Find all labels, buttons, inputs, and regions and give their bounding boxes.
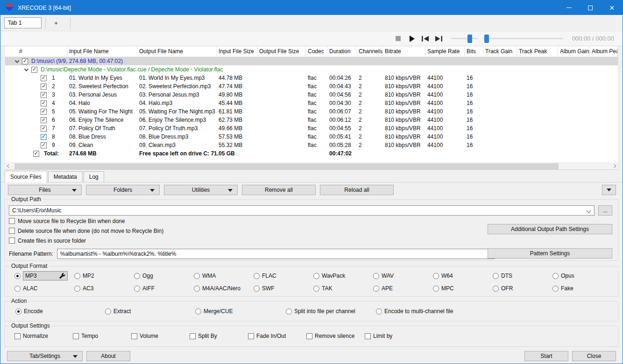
column-header[interactable]: Bitrate xyxy=(383,46,425,56)
format-mp2[interactable]: MP2 xyxy=(74,271,134,280)
format-ac3[interactable]: AC3 xyxy=(74,285,134,292)
setting-split-by[interactable]: Split By xyxy=(190,333,248,339)
table-row-track[interactable]: ✓ 4 04. Halo 04. Halo.mp3 45.44 MB flac … xyxy=(5,99,618,107)
filename-pattern-input[interactable]: %albumartist% - %album%\%track2%. %title… xyxy=(57,249,495,259)
tab-metadata[interactable]: Metadata xyxy=(48,171,83,182)
utilities-button[interactable]: Utilities xyxy=(164,185,238,195)
radio-selected[interactable] xyxy=(14,273,21,279)
column-header[interactable]: Codec xyxy=(306,46,327,56)
close-button[interactable]: ✕ xyxy=(601,0,623,15)
format-tak[interactable]: TAK xyxy=(313,285,373,292)
row-checkbox[interactable]: ✓ xyxy=(22,58,28,64)
close-app-button[interactable]: Close xyxy=(572,351,616,361)
add-tab-button[interactable]: + xyxy=(46,17,66,28)
position-slider[interactable] xyxy=(483,35,563,43)
setting-limit-by[interactable]: Limit by xyxy=(365,333,618,339)
format-mp3[interactable]: MP3 xyxy=(14,271,74,280)
setting-fade[interactable]: Fade In/Out xyxy=(248,333,306,339)
more-options-button[interactable] xyxy=(602,185,616,195)
column-header[interactable]: Output File Size xyxy=(257,46,306,56)
column-header[interactable]: Output File Name xyxy=(137,46,217,56)
setting-normalize[interactable]: Normalize xyxy=(14,333,73,339)
table-row-track[interactable]: ✓ 7 07. Policy Of Truth 07. Policy Of Tr… xyxy=(5,124,618,133)
row-checkbox[interactable]: ✓ xyxy=(41,134,47,140)
row-checkbox[interactable]: ✓ xyxy=(41,142,47,148)
position-slider-handle[interactable] xyxy=(484,35,489,43)
setting-remove-silence[interactable]: Remove silence xyxy=(306,333,365,339)
row-checkbox[interactable]: ✓ xyxy=(41,84,47,90)
checkbox[interactable] xyxy=(9,228,15,234)
mp3-settings-box[interactable]: MP3 xyxy=(23,271,68,280)
checkbox[interactable] xyxy=(9,238,15,244)
scroll-right-arrow[interactable] xyxy=(610,163,618,170)
files-button[interactable]: Files xyxy=(8,185,82,195)
volume-slider[interactable] xyxy=(451,35,478,43)
action-split-per-channel[interactable]: Split into file per channel xyxy=(286,308,376,315)
output-path-combobox[interactable]: C:\Users\Erix\Music xyxy=(9,205,595,216)
chevron-down-icon[interactable] xyxy=(24,67,29,71)
row-checkbox[interactable]: ✓ xyxy=(31,67,37,73)
scrollbar-thumb[interactable] xyxy=(14,163,559,169)
about-button[interactable]: About xyxy=(86,351,130,361)
row-checkbox[interactable]: ✓ xyxy=(41,117,47,123)
action-merge-cue[interactable]: Merge/CUE xyxy=(195,308,286,315)
table-row-track[interactable]: ✓ 1 01. World In My Eyes 01. World In My… xyxy=(5,74,618,82)
format-dts[interactable]: DTS xyxy=(493,271,552,280)
row-checkbox[interactable]: ✓ xyxy=(41,100,47,106)
previous-track-button[interactable] xyxy=(421,35,430,43)
reload-all-button[interactable]: Reload all xyxy=(320,185,394,195)
format-alac[interactable]: ALAC xyxy=(14,285,74,292)
tab-settings-button[interactable]: Tab/Settings xyxy=(7,351,83,361)
table-row-track[interactable]: ✓ 2 02. Sweetest Perfection 02. Sweetest… xyxy=(5,82,618,91)
column-header[interactable]: Input File Name xyxy=(67,46,137,56)
tab-source-files[interactable]: Source Files xyxy=(5,171,47,182)
format-m4a-aac-nero[interactable]: M4A/AAC/Nero xyxy=(194,285,254,292)
remove-all-button[interactable]: Remove all xyxy=(242,185,316,195)
column-header[interactable]: Channels xyxy=(357,46,383,56)
additional-output-path-settings-button[interactable]: Additional Output Path Settings xyxy=(488,224,612,234)
table-row-track[interactable]: ✓ 8 08. Blue Dress 08. Blue Dress.mp3 57… xyxy=(5,133,618,141)
format-aiff[interactable]: AIFF xyxy=(134,285,194,292)
stop-button[interactable] xyxy=(394,35,403,43)
column-header[interactable]: Input File Size xyxy=(217,46,257,56)
column-header[interactable]: Duration xyxy=(327,46,357,56)
column-header[interactable]: Album Gain xyxy=(558,46,590,56)
action-encode[interactable]: Encode xyxy=(15,308,105,315)
tab-1[interactable]: Tab 1 xyxy=(4,17,42,28)
format-swf[interactable]: SWF xyxy=(254,285,313,292)
minimize-button[interactable] xyxy=(558,0,580,15)
table-row-folder[interactable]: ✓ D:\music\ (9/9, 274.68 MB, 00:47:02) xyxy=(5,57,618,65)
table-row-track[interactable]: ✓ 9 09. Clean 09. Clean.mp3 55.32 MB fla… xyxy=(5,141,618,149)
format-wav[interactable]: WAV xyxy=(373,271,433,280)
chevron-down-icon[interactable] xyxy=(15,58,20,63)
play-button[interactable] xyxy=(408,35,416,43)
format-mpc[interactable]: MPC xyxy=(433,285,493,292)
chevron-down-icon[interactable] xyxy=(587,208,591,213)
row-checkbox[interactable]: ✓ xyxy=(41,75,47,81)
format-fake[interactable]: Fake xyxy=(552,285,612,292)
row-checkbox[interactable]: ✓ xyxy=(41,109,47,115)
row-checkbox[interactable]: ✓ xyxy=(41,92,47,98)
setting-tempo[interactable]: Tempo xyxy=(73,333,131,339)
browse-button[interactable]: ... xyxy=(598,205,612,216)
action-multi-channel[interactable]: Encode to multi-channel file xyxy=(376,308,618,315)
table-row-track[interactable]: ✓ 6 06. Enjoy The Silence 06. Enjoy The … xyxy=(5,116,618,124)
volume-slider-handle[interactable] xyxy=(467,35,472,43)
table-row-track[interactable]: ✓ 5 05. Waiting For The Night 05. Waitin… xyxy=(5,107,618,116)
table-row-track[interactable]: ✓ 3 03. Personal Jesus 03. Personal Jesu… xyxy=(5,91,618,99)
checkbox[interactable] xyxy=(9,218,15,224)
table-row-album[interactable]: ✓ D:\music\Depeche Mode - Violator.flac.… xyxy=(5,65,618,74)
column-header[interactable]: Track Gain xyxy=(483,46,517,56)
create-in-source-option[interactable]: Create files in source folder xyxy=(9,236,614,245)
pattern-settings-button[interactable]: Pattern Settings xyxy=(488,248,612,259)
format-opus[interactable]: Opus xyxy=(552,271,612,280)
format-ofr[interactable]: OFR xyxy=(493,285,552,292)
format-w64[interactable]: W64 xyxy=(433,271,493,280)
start-button[interactable]: Start xyxy=(524,351,568,361)
format-wma[interactable]: WMA xyxy=(194,271,254,280)
scroll-left-arrow[interactable] xyxy=(5,163,13,170)
tab-log[interactable]: Log xyxy=(84,171,104,182)
column-header[interactable]: Album Peak xyxy=(590,46,618,56)
format-ape[interactable]: APE xyxy=(373,285,433,292)
format-ogg[interactable]: Ogg xyxy=(134,271,194,280)
